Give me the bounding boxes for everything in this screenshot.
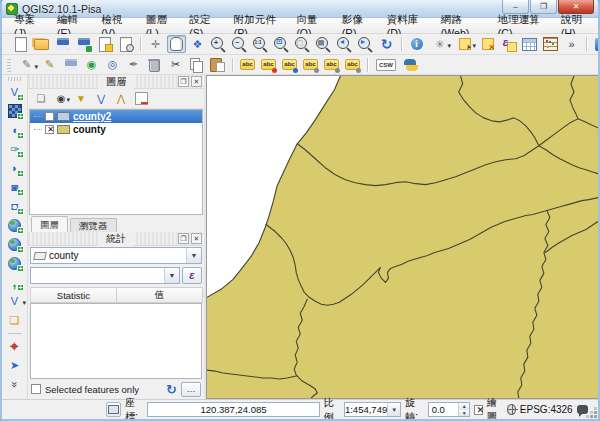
pan-map-icon[interactable] — [167, 35, 186, 53]
zoom-out-icon[interactable]: − — [230, 35, 249, 53]
layer-tree[interactable]: county2 county — [29, 109, 203, 215]
zoom-to-selection-icon[interactable]: ▢ — [293, 35, 312, 53]
tab-browser[interactable]: 瀏覽器 — [70, 218, 117, 232]
current-edits-icon[interactable]: ✎ — [15, 56, 38, 74]
map-canvas[interactable] — [206, 75, 598, 399]
add-wfs-layer-icon[interactable] — [5, 254, 24, 272]
deselect-features-icon[interactable] — [478, 35, 497, 53]
messages-icon[interactable] — [577, 405, 588, 414]
stats-column-header[interactable]: 值 — [116, 287, 203, 303]
run-feature-action-icon[interactable]: ✳ — [428, 35, 451, 53]
panel-close-icon[interactable]: ✕ — [191, 76, 202, 87]
stats-layer-combo[interactable]: county ▼ — [30, 247, 202, 264]
zoom-in-icon[interactable]: + — [209, 35, 228, 53]
layer-labeling-icon[interactable] — [238, 56, 257, 74]
add-delimited-text-icon[interactable]: , — [5, 273, 24, 291]
add-wms-layer-icon[interactable] — [5, 216, 24, 234]
copy-features-icon[interactable] — [187, 56, 206, 74]
zoom-full-icon[interactable]: ⊡ — [272, 35, 291, 53]
new-spatialite-layer-icon[interactable]: ❏ — [5, 311, 24, 329]
layer-item-county[interactable]: county — [30, 123, 202, 136]
layer-checkbox[interactable] — [45, 125, 54, 134]
move-label-icon[interactable] — [301, 56, 320, 74]
filter-legend-icon[interactable]: ▼ — [72, 90, 90, 107]
touch-zoom-pan-icon[interactable]: ✛ — [146, 35, 165, 53]
open-attribute-table-icon[interactable] — [520, 35, 539, 53]
crs-status-icon[interactable] — [507, 404, 516, 415]
resize-grip[interactable] — [594, 415, 597, 418]
identify-features-icon[interactable] — [407, 35, 426, 53]
chevron-down-icon[interactable]: ▼ — [387, 403, 400, 416]
help-contents-icon[interactable] — [592, 35, 600, 53]
remove-layer-icon[interactable] — [132, 90, 150, 107]
chevron-down-icon[interactable]: ▼ — [186, 248, 201, 263]
expand-all-icon[interactable]: ⋁ — [92, 90, 110, 107]
selected-only-checkbox[interactable] — [31, 384, 41, 394]
collapse-all-icon[interactable]: ⋀ — [112, 90, 130, 107]
refresh-map-icon[interactable]: ↻ — [377, 35, 396, 53]
extents-toggle-icon[interactable] — [106, 402, 121, 417]
add-group-icon[interactable]: ❏ — [32, 90, 50, 107]
zoom-next-icon[interactable]: ▸ — [356, 35, 375, 53]
chevron-down-icon[interactable]: ▼ — [164, 268, 179, 283]
expression-button[interactable]: ε — [182, 267, 202, 284]
panel-close-icon[interactable]: ✕ — [191, 233, 202, 244]
rotate-label-icon[interactable] — [322, 56, 341, 74]
add-spatialite-layer-icon[interactable]: ✑ — [5, 140, 24, 158]
coordinate-input[interactable]: 120.387,24.085 — [147, 402, 319, 417]
move-feature-icon[interactable]: ◎ — [103, 56, 122, 74]
layer-visibility-icon[interactable]: ◉ — [52, 90, 70, 107]
composer-manager-icon[interactable] — [116, 35, 135, 53]
select-features-icon[interactable] — [453, 35, 476, 53]
highlight-pinned-labels-icon[interactable] — [280, 56, 299, 74]
pin-labels-icon[interactable] — [259, 56, 278, 74]
panel-float-icon[interactable]: ❐ — [178, 76, 189, 87]
stats-more-button[interactable]: … — [181, 382, 201, 397]
tab-layers[interactable]: 圖層 — [31, 216, 68, 232]
save-project-icon[interactable] — [53, 35, 72, 53]
save-project-as-icon[interactable] — [74, 35, 93, 53]
add-wcs-layer-icon[interactable] — [5, 235, 24, 253]
toolbar-overflow-down-icon[interactable]: » — [5, 375, 24, 393]
spin-down-icon[interactable]: ▼ — [459, 410, 469, 417]
python-console-icon[interactable] — [401, 56, 420, 74]
zoom-to-layer-icon[interactable]: ▤ — [314, 35, 333, 53]
stats-table-body[interactable] — [30, 303, 202, 379]
save-layer-edits-icon[interactable] — [61, 56, 80, 74]
statistical-summary-icon[interactable] — [541, 35, 560, 53]
add-vector-layer-icon[interactable]: V — [5, 83, 24, 101]
new-shapefile-layer-icon[interactable]: V — [3, 292, 26, 310]
toggle-editing-icon[interactable]: ✎ — [40, 56, 59, 74]
add-feature-icon[interactable]: ◉ — [82, 56, 101, 74]
rotation-spinner[interactable]: 0.0 ▲▼ — [428, 402, 471, 417]
delete-selected-icon[interactable] — [145, 56, 164, 74]
zoom-native-icon[interactable]: 1:1 — [251, 35, 270, 53]
scale-combo[interactable]: 1:454,749 ▼ — [344, 402, 401, 417]
stats-refresh-icon[interactable]: ↻ — [166, 383, 177, 396]
add-db2-layer-icon[interactable]: ◘ — [5, 197, 24, 215]
zoom-last-icon[interactable]: ◂ — [335, 35, 354, 53]
paste-features-icon[interactable] — [208, 56, 227, 74]
new-project-icon[interactable] — [11, 35, 30, 53]
select-by-expression-icon[interactable]: ε — [499, 35, 518, 53]
layer-item-county2[interactable]: county2 — [30, 110, 202, 123]
stats-field-combo[interactable]: ▼ — [30, 267, 180, 284]
pointer-capture-icon[interactable]: ➤ — [5, 356, 24, 374]
add-raster-layer-icon[interactable] — [5, 102, 24, 120]
toolbar-overflow-icon[interactable]: » — [562, 35, 581, 53]
panel-float-icon[interactable]: ❐ — [178, 233, 189, 244]
cut-features-icon[interactable]: ✂ — [166, 56, 185, 74]
statistics-panel-header[interactable]: 統計 ❐ ✕ — [28, 232, 204, 246]
layers-panel-header[interactable]: 圖層 ❐ ✕ — [28, 75, 204, 89]
metasearch-csw-icon[interactable]: CSW — [373, 56, 399, 74]
add-postgis-layer-icon[interactable]: ◖ — [5, 121, 24, 139]
add-mssql-layer-icon[interactable]: ◗ — [5, 159, 24, 177]
stats-column-header[interactable]: Statistic — [30, 287, 117, 303]
coordinate-capture-icon[interactable]: ⌖ — [5, 337, 24, 355]
new-composer-icon[interactable] — [95, 35, 114, 53]
change-label-icon[interactable] — [343, 56, 362, 74]
open-project-icon[interactable] — [32, 35, 51, 53]
pan-to-selection-icon[interactable]: ❖ — [188, 35, 207, 53]
add-oracle-layer-icon[interactable]: ◙ — [5, 178, 24, 196]
render-checkbox[interactable] — [474, 405, 482, 415]
